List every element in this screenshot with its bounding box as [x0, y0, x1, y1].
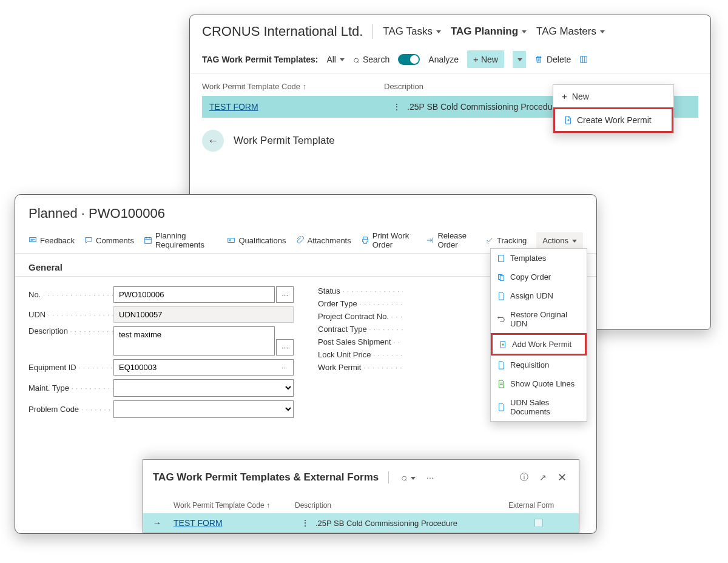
undo-icon	[497, 315, 505, 323]
analyze-toggle[interactable]	[398, 54, 420, 65]
input-description[interactable]: test maxime	[113, 326, 275, 356]
back-button[interactable]: ←	[202, 130, 224, 152]
filter-all[interactable]: All	[326, 55, 345, 64]
field-no: No. ···	[29, 286, 294, 303]
document-icon	[497, 361, 505, 369]
calendar-icon	[144, 236, 152, 244]
templates-icon	[497, 254, 505, 263]
field-maint-type: Maint. Type	[29, 379, 294, 397]
svg-rect-1	[145, 238, 152, 244]
release-icon	[426, 236, 434, 244]
action-copy-order[interactable]: Copy Order	[491, 268, 587, 286]
tb-print[interactable]: Print Work Order	[361, 231, 417, 249]
tb-release[interactable]: Release Order	[426, 231, 476, 249]
mcol-code[interactable]: Work Permit Template Code ↑	[174, 501, 295, 510]
chevron-down-icon	[571, 236, 577, 245]
search-icon	[401, 473, 407, 482]
chevron-down-icon	[521, 25, 527, 38]
templates-modal: TAG Work Permit Templates & External For…	[143, 459, 579, 533]
mcol-ext[interactable]: External Form	[508, 501, 569, 510]
columns-icon[interactable]	[579, 55, 588, 64]
work-order-window: Planned · PWO100006 Feedback Comments Pl…	[15, 194, 597, 534]
action-assign-udn[interactable]: Assign UDN	[491, 286, 587, 305]
tb-attachments[interactable]: Attachments	[295, 236, 351, 245]
document-icon	[497, 403, 505, 411]
comment-icon	[84, 236, 93, 244]
document-icon	[497, 292, 505, 300]
svg-rect-6	[500, 275, 504, 280]
action-templates[interactable]: Templates	[491, 249, 587, 268]
lookup-button[interactable]: ···	[276, 286, 294, 303]
modal-table-row[interactable]: → TEST FORM ⋮ .25P SB Cold Commissioning…	[143, 513, 579, 533]
info-icon[interactable]: ⓘ	[517, 470, 531, 485]
expand-icon[interactable]: ↗	[537, 470, 549, 485]
badge-icon	[227, 236, 235, 244]
col-desc[interactable]: Description	[384, 82, 423, 91]
row-arrow-icon: →	[153, 518, 174, 528]
search-dropdown[interactable]	[399, 470, 418, 485]
company-name: CRONUS International Ltd.	[202, 24, 363, 39]
trash-icon	[534, 55, 543, 64]
new-dropdown-menu: +New Create Work Permit	[553, 84, 674, 133]
feedback-icon	[29, 236, 37, 244]
row-code-link[interactable]: TEST FORM	[204, 102, 258, 112]
toolbar-label: TAG Work Permit Templates:	[202, 55, 318, 64]
analyze-label: Analyze	[428, 55, 459, 64]
search-icon	[353, 54, 359, 65]
tab-tag-masters[interactable]: TAG Masters	[536, 25, 605, 38]
mrow-desc: .25P SB Cold Commissioning Procedure	[315, 519, 508, 528]
chevron-down-icon	[435, 25, 441, 38]
select-maint-type[interactable]	[113, 379, 294, 397]
field-description: Description test maxime···	[29, 326, 294, 356]
print-icon	[361, 236, 369, 244]
more-button[interactable]: ···	[424, 470, 436, 485]
tab-tag-planning[interactable]: TAG Planning	[451, 25, 527, 38]
svg-point-3	[229, 240, 231, 241]
action-show-quote[interactable]: Show Quote Lines	[491, 374, 587, 393]
col-code[interactable]: Work Permit Template Code ↑	[202, 82, 384, 91]
tb-comments[interactable]: Comments	[84, 236, 134, 245]
tb-qualifications[interactable]: Qualifications	[227, 236, 286, 245]
tb-planning[interactable]: Planning Requirements	[144, 231, 217, 249]
lookup-button[interactable]: ···	[276, 339, 294, 356]
mrow-code-link[interactable]: TEST FORM	[174, 518, 223, 528]
new-dropdown-button[interactable]	[513, 51, 526, 68]
action-add-work-permit[interactable]: Add Work Permit	[491, 333, 587, 356]
svg-rect-4	[499, 255, 504, 261]
row-desc: .25P SB Cold Commissioning Procedure	[407, 102, 560, 112]
close-icon[interactable]: ✕	[555, 468, 569, 487]
tb-tracking[interactable]: Tracking	[485, 236, 527, 245]
input-udn	[113, 306, 294, 323]
window1-header: CRONUS International Ltd. TAG Tasks TAG …	[190, 15, 710, 46]
field-equipment-id: Equipment ID ···	[29, 359, 294, 376]
form-col-left: No. ··· UDN Description test maxime··· E…	[29, 283, 294, 422]
input-equipment[interactable]	[113, 359, 294, 376]
quote-icon	[497, 380, 505, 388]
external-form-checkbox[interactable]	[534, 519, 543, 527]
plus-icon: +	[473, 54, 479, 64]
action-udn-sales[interactable]: UDN Sales Documents	[491, 393, 587, 421]
mrow-menu-icon[interactable]: ⋮	[295, 518, 315, 528]
menu-create-work-permit[interactable]: Create Work Permit	[553, 107, 673, 133]
select-problem-code[interactable]	[113, 400, 294, 418]
actions-dropdown: Templates Copy Order Assign UDN Restore …	[490, 248, 587, 422]
modal-title: TAG Work Permit Templates & External For…	[153, 471, 379, 484]
search-button[interactable]: Search	[353, 54, 389, 65]
modal-header: TAG Work Permit Templates & External For…	[143, 460, 579, 495]
new-button[interactable]: +New	[467, 50, 504, 68]
input-no[interactable]	[113, 286, 275, 303]
action-requisition[interactable]: Requisition	[491, 356, 587, 374]
tb-feedback[interactable]: Feedback	[29, 236, 75, 245]
menu-new[interactable]: +New	[553, 85, 673, 107]
tb-actions[interactable]: Actions	[536, 232, 583, 249]
row-menu-icon[interactable]: ⋮	[386, 102, 407, 112]
chevron-down-icon	[410, 473, 416, 482]
plus-icon: +	[562, 91, 567, 101]
chevron-down-icon	[339, 55, 345, 64]
mcol-desc[interactable]: Description	[295, 501, 508, 510]
action-restore-udn[interactable]: Restore Original UDN	[491, 305, 587, 333]
clip-icon	[295, 236, 304, 244]
page-title: Planned · PWO100006	[15, 195, 596, 228]
tab-tag-tasks[interactable]: TAG Tasks	[383, 25, 441, 38]
delete-button[interactable]: Delete	[534, 55, 571, 64]
